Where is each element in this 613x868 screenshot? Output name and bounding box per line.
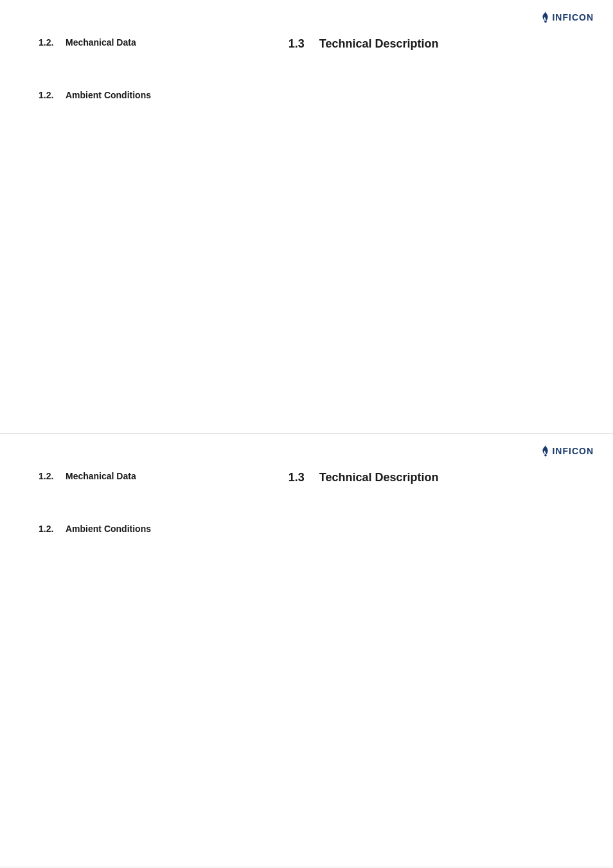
mechanical-data-title-2: 1.2. Mechanical Data: [39, 471, 289, 481]
ambient-conditions-title: 1.2. Ambient Conditions: [39, 90, 151, 100]
top-headings-row-2: 1.2. Mechanical Data 1.3 Technical Descr…: [39, 471, 594, 484]
technical-description-title-2: 1.3 Technical Description: [289, 471, 594, 484]
svg-point-1: [545, 454, 547, 457]
inficon-flame-icon: [541, 12, 550, 23]
section-mechanical-data-left: 1.2. Mechanical Data: [39, 37, 289, 48]
technical-description-title: 1.3 Technical Description: [289, 37, 594, 51]
inficon-flame-icon-2: [541, 445, 550, 457]
ambient-conditions-row-2: 1.2. Ambient Conditions: [39, 524, 151, 534]
technical-description-label-2: Technical Description: [319, 471, 439, 484]
logo-text-2: INFICON: [552, 446, 594, 456]
page-2: INFICON 1.2. Mechanical Data 1.3 Technic…: [0, 434, 613, 867]
inficon-logo-2: INFICON: [541, 445, 594, 457]
logo-container: INFICON: [541, 12, 594, 23]
section-technical-description-right: 1.3 Technical Description: [289, 37, 594, 51]
mechanical-data-label-2: Mechanical Data: [66, 471, 136, 481]
top-headings-row: 1.2. Mechanical Data 1.3 Technical Descr…: [39, 37, 594, 51]
ambient-conditions-title-2: 1.2. Ambient Conditions: [39, 524, 151, 534]
ambient-conditions-number: 1.2.: [39, 90, 58, 100]
section-technical-description-right-2: 1.3 Technical Description: [289, 471, 594, 484]
technical-description-number-2: 1.3: [289, 471, 312, 484]
ambient-conditions-number-2: 1.2.: [39, 524, 58, 534]
technical-description-label: Technical Description: [319, 37, 439, 51]
section-mechanical-data-left-2: 1.2. Mechanical Data: [39, 471, 289, 481]
technical-description-number: 1.3: [289, 37, 312, 51]
logo-text: INFICON: [552, 12, 594, 22]
mechanical-data-number: 1.2.: [39, 37, 58, 48]
inficon-logo: INFICON: [541, 12, 594, 23]
mechanical-data-number-2: 1.2.: [39, 471, 58, 481]
mechanical-data-title: 1.2. Mechanical Data: [39, 37, 289, 48]
page-1: INFICON 1.2. Mechanical Data 1.3 Technic…: [0, 0, 613, 434]
ambient-conditions-row: 1.2. Ambient Conditions: [39, 90, 151, 100]
ambient-conditions-label: Ambient Conditions: [66, 90, 151, 100]
svg-point-0: [545, 21, 547, 23]
mechanical-data-label: Mechanical Data: [66, 37, 136, 48]
logo-container-2: INFICON: [541, 445, 594, 457]
ambient-conditions-label-2: Ambient Conditions: [66, 524, 151, 534]
